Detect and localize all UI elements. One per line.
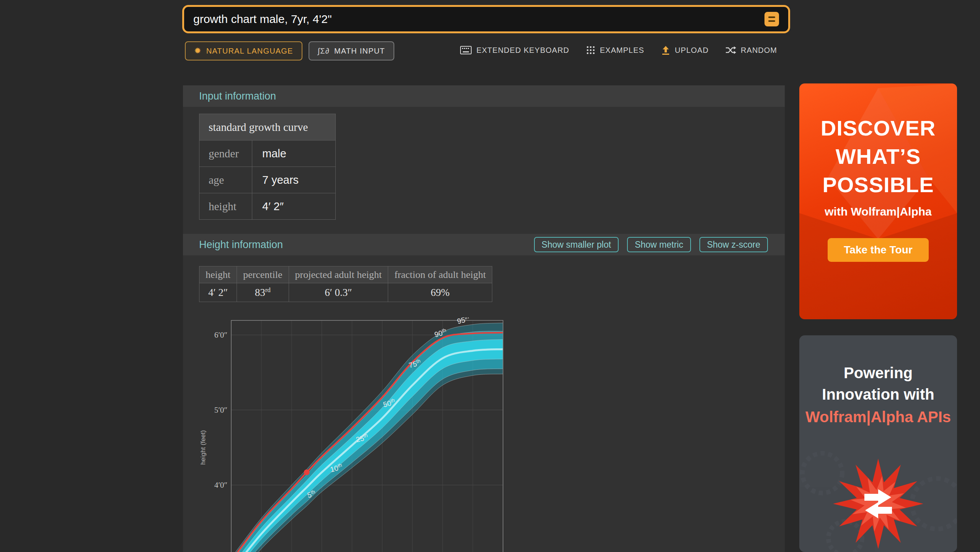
svg-text:5′0″: 5′0″ <box>214 405 227 415</box>
col-percentile: percentile <box>237 266 289 283</box>
upload-button[interactable]: UPLOAD <box>661 45 709 55</box>
api-ad-banner[interactable]: Powering Innovation with Wolfram|Alpha A… <box>799 335 957 552</box>
col-height: height <box>199 266 237 283</box>
math-input-label: MATH INPUT <box>334 47 385 56</box>
math-input-button[interactable]: ∫Σ∂ MATH INPUT <box>309 41 394 60</box>
input-information-header: Input information <box>183 85 785 107</box>
examples-label: EXAMPLES <box>600 46 644 55</box>
examples-button[interactable]: EXAMPLES <box>586 46 644 55</box>
svg-text:4′0″: 4′0″ <box>214 480 227 490</box>
query-input[interactable] <box>193 13 764 26</box>
keyboard-icon <box>460 46 472 54</box>
growth-chart: 5th10th25th50th75th90th95th4′0″5′0″6′0″h… <box>199 317 517 552</box>
random-label: RANDOM <box>741 46 777 55</box>
show-smaller-plot-button[interactable]: Show smaller plot <box>534 237 619 252</box>
table-header-row: height percentile projected adult height… <box>199 266 492 283</box>
grid-dots-icon <box>586 46 595 55</box>
input-mode-toggle: ✹ NATURAL LANGUAGE ∫Σ∂ MATH INPUT <box>185 41 394 60</box>
show-metric-button[interactable]: Show metric <box>627 237 691 252</box>
equals-icon <box>768 16 775 18</box>
search-bar <box>182 5 790 33</box>
gender-label: gender <box>199 140 252 167</box>
height-information-title: Height information <box>199 239 283 251</box>
top-toolbar: EXTENDED KEYBOARD EXAMPLES UPLOAD RANDOM <box>460 45 777 55</box>
sun-burst-icon: ✹ <box>194 47 202 55</box>
table-row: gender male <box>199 140 336 167</box>
input-table-header: standard growth curve <box>199 114 336 140</box>
upload-arrow-icon <box>661 45 670 55</box>
gear-icon <box>802 453 842 493</box>
input-information-table: standard growth curve gender male age 7 … <box>199 114 336 220</box>
wolfram-spikey-icon <box>833 459 923 549</box>
extended-keyboard-button[interactable]: EXTENDED KEYBOARD <box>460 46 569 55</box>
height-information-table: height percentile projected adult height… <box>199 266 492 302</box>
table-row: age 7 years <box>199 167 336 193</box>
compute-button[interactable] <box>764 12 779 26</box>
shuffle-icon <box>725 46 736 54</box>
fraction-cell: 69% <box>388 283 492 302</box>
pod-actions: Show smaller plot Show metric Show z-sco… <box>534 237 768 252</box>
random-button[interactable]: RANDOM <box>725 46 777 55</box>
ad-headline-line: DISCOVER <box>821 114 936 142</box>
svg-text:height (feet): height (feet) <box>199 430 207 465</box>
input-information-title: Input information <box>199 90 276 102</box>
gear-icon <box>828 521 862 552</box>
show-z-score-button[interactable]: Show z-score <box>699 237 768 252</box>
height-information-header: Height information Show smaller plot Sho… <box>183 234 785 255</box>
api-ad-line: Innovation with <box>799 384 957 405</box>
results-panel: Input information standard growth curve … <box>183 85 785 552</box>
api-ad-line: Powering <box>799 362 957 384</box>
upload-label: UPLOAD <box>675 46 709 55</box>
ad-headline-line: WHAT’S <box>836 142 921 171</box>
age-value: 7 years <box>252 167 336 193</box>
height-label: height <box>199 193 252 220</box>
table-row: height 4′ 2″ <box>199 193 336 220</box>
api-ad-accent-line: Wolfram|Alpha APIs <box>799 405 957 429</box>
natural-language-label: NATURAL LANGUAGE <box>206 47 293 56</box>
api-ad-text: Powering Innovation with Wolfram|Alpha A… <box>799 335 957 429</box>
math-symbols-icon: ∫Σ∂ <box>318 47 330 55</box>
natural-language-button[interactable]: ✹ NATURAL LANGUAGE <box>185 41 302 60</box>
svg-text:95th: 95th <box>456 317 470 325</box>
percentile-cell: 83rd <box>237 283 289 302</box>
height-value: 4′ 2″ <box>252 193 336 220</box>
take-the-tour-button[interactable]: Take the Tour <box>828 238 928 262</box>
ad-headline-line: POSSIBLE <box>822 171 934 199</box>
col-fraction-adult-height: fraction of adult height <box>388 266 492 283</box>
height-cell: 4′ 2″ <box>199 283 237 302</box>
gender-value: male <box>252 140 336 167</box>
svg-text:6′0″: 6′0″ <box>214 330 227 340</box>
col-projected-adult-height: projected adult height <box>289 266 388 283</box>
extended-keyboard-label: EXTENDED KEYBOARD <box>476 46 569 55</box>
age-label: age <box>199 167 252 193</box>
table-row: 4′ 2″ 83rd 6′ 0.3″ 69% <box>199 283 492 302</box>
spikey-logo-art <box>799 450 957 552</box>
projected-height-cell: 6′ 0.3″ <box>289 283 388 302</box>
tour-ad-banner[interactable]: DISCOVER WHAT’S POSSIBLE with Wolfram|Al… <box>799 83 957 319</box>
ad-subline: with Wolfram|Alpha <box>825 205 932 218</box>
